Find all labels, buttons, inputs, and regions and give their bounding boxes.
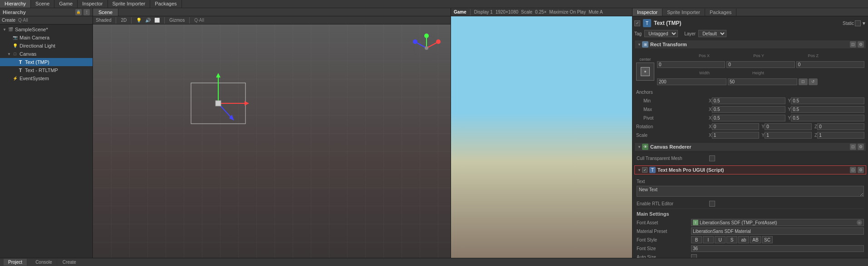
rotation-x[interactable] xyxy=(712,123,759,130)
font-btn-strike[interactable]: S xyxy=(726,236,737,243)
gizmos-dropdown[interactable]: Gizmos xyxy=(169,18,185,23)
font-style-label: Font Style xyxy=(637,237,691,242)
font-btn-smallcaps[interactable]: SC xyxy=(762,236,773,243)
rect-transform-toggle[interactable]: ▼ xyxy=(637,42,642,47)
width-input[interactable] xyxy=(657,78,726,85)
tmp-expand-btn[interactable]: ⊡ xyxy=(850,167,856,173)
tab-sprite-importer-view[interactable]: Sprite Importer xyxy=(662,9,705,16)
tab-sprite-importer[interactable]: Sprite Importer xyxy=(108,0,151,8)
font-btn-uppercase[interactable]: AB xyxy=(750,236,761,243)
scale-z[interactable] xyxy=(817,132,864,139)
tab-packages[interactable]: Packages xyxy=(150,0,181,8)
hierarchy-menu-icon[interactable]: ⋮ xyxy=(83,9,90,15)
tmp-settings-btn[interactable]: ⚙ xyxy=(858,167,864,173)
hierarchy-item-text-tmp[interactable]: T Text (TMP) xyxy=(0,58,93,66)
font-style-row: Font Style B I U S ab AB SC xyxy=(637,236,864,244)
hierarchy-lock-icon[interactable]: 🔒 xyxy=(75,9,82,15)
rotation-y[interactable] xyxy=(765,123,812,130)
pos-z-input[interactable] xyxy=(796,61,864,68)
anchor-min-y[interactable] xyxy=(791,97,864,104)
pos-y-input[interactable] xyxy=(726,61,794,68)
font-btn-italic[interactable]: I xyxy=(703,236,714,243)
anchor-max-y[interactable] xyxy=(791,106,864,113)
height-input[interactable] xyxy=(728,78,797,85)
text-field-label: Text xyxy=(637,179,691,184)
hierarchy-item-event-system[interactable]: ⚡ EventSystem xyxy=(0,74,93,82)
font-btn-bold[interactable]: B xyxy=(691,236,702,243)
mute-button[interactable]: Mute A xyxy=(588,10,603,15)
anchor-min-x[interactable] xyxy=(712,97,785,104)
canvas-renderer-toggle[interactable]: ▼ xyxy=(637,144,642,150)
canvas-toggle[interactable]: ▼ xyxy=(6,51,12,57)
search-all-label: Q·All xyxy=(18,18,28,23)
hierarchy-item-text-rtl[interactable]: T Text - RTLTMP xyxy=(0,66,93,74)
tab-project[interactable]: Project xyxy=(4,259,27,266)
tab-game[interactable]: Game xyxy=(54,0,78,8)
scene-root[interactable]: ▼ 🎬 SampleScene* xyxy=(0,25,93,34)
canvas-renderer-header[interactable]: ▼ 👁 Canvas Renderer ⊡ ⚙ xyxy=(634,142,866,151)
tag-dropdown[interactable]: Untagged xyxy=(644,30,678,37)
font-btn-underline[interactable]: U xyxy=(715,236,726,243)
tab-console[interactable]: Console xyxy=(31,259,57,266)
pivot-x-input[interactable] xyxy=(712,115,785,121)
tmp-enabled-checkbox[interactable]: ✓ xyxy=(642,167,647,173)
text-value-textarea[interactable]: New Text xyxy=(637,186,864,197)
object-enabled-checkbox[interactable]: ✓ xyxy=(634,20,640,26)
text-value-area: New Text xyxy=(637,186,864,198)
tab-scene-view[interactable]: Scene xyxy=(93,9,118,16)
rect-transform-settings-btn[interactable]: ⚙ xyxy=(858,41,864,48)
display-dropdown[interactable]: Display 1 xyxy=(474,10,493,15)
tab-inspector-view[interactable]: Inspector xyxy=(633,9,662,16)
maximize-button[interactable]: Maximize On Play xyxy=(549,10,586,15)
anchors-max-row: Max X Y xyxy=(636,105,864,113)
tab-packages-view[interactable]: Packages xyxy=(705,9,736,16)
font-asset-select-btn[interactable]: ○ xyxy=(857,220,862,225)
anchors-label-row: Anchors xyxy=(636,88,864,96)
auto-size-checkbox[interactable] xyxy=(691,254,697,258)
rt-reset-btn[interactable]: ↺ xyxy=(809,78,818,85)
anchor-preset-icon[interactable] xyxy=(636,63,654,81)
svg-marker-4 xyxy=(245,101,249,106)
2d-button[interactable]: 2D xyxy=(121,18,127,23)
canvas-renderer-expand-btn[interactable]: ⊡ xyxy=(850,144,856,150)
shading-dropdown[interactable]: Shaded xyxy=(96,18,111,23)
material-preset-field[interactable]: LiberationSans SDF Material xyxy=(691,227,864,235)
scene-toggle[interactable]: ▼ xyxy=(2,27,7,32)
text-mesh-pro-header[interactable]: ▼ ✓ T Text Mesh Pro UGUI (Script) ⊡ ⚙ xyxy=(634,165,866,174)
hierarchy-item-main-camera[interactable]: 📷 Main Camera xyxy=(0,34,93,42)
tmp-toggle[interactable]: ▼ xyxy=(637,167,642,173)
scale-y[interactable] xyxy=(765,132,812,139)
font-btn-lowercase[interactable]: ab xyxy=(738,236,749,243)
scene-viewport[interactable] xyxy=(93,24,451,258)
hierarchy-item-canvas[interactable]: ▼ □ Canvas xyxy=(0,50,93,58)
canvas-renderer-settings-btn[interactable]: ⚙ xyxy=(858,144,864,150)
center-area: Scene Shaded 2D 💡 🔊 ⬜ Gizmos Q·All xyxy=(93,8,632,258)
font-asset-field[interactable]: T LiberationSans SDF (TMP_FontAsset) ○ xyxy=(691,219,864,226)
bottom-create[interactable]: Create xyxy=(63,260,76,265)
tab-inspector[interactable]: Inspector xyxy=(78,0,108,8)
scene-audio: 🔊 xyxy=(145,18,151,23)
hierarchy-item-directional-light[interactable]: 💡 Directional Light xyxy=(0,42,93,50)
rect-transform-header[interactable]: ▼ ⊞ Rect Transform ⊡ ⚙ xyxy=(634,40,866,49)
static-checkbox[interactable] xyxy=(855,20,861,26)
game-viewport[interactable] xyxy=(451,16,632,258)
anchor-max-x[interactable] xyxy=(712,106,785,113)
cull-mesh-checkbox[interactable] xyxy=(709,155,715,161)
rtl-checkbox[interactable] xyxy=(709,201,715,207)
create-dropdown[interactable]: Create xyxy=(2,18,15,23)
rect-transform-expand-btn[interactable]: ⊡ xyxy=(850,41,856,48)
tab-scene[interactable]: Scene xyxy=(31,0,54,8)
object-name[interactable]: Text (TMP) xyxy=(654,20,840,26)
static-dropdown-arrow[interactable]: ▼ xyxy=(862,21,866,26)
tab-hierarchy[interactable]: Hierarchy xyxy=(0,0,31,8)
layer-dropdown[interactable]: Default xyxy=(698,30,726,37)
pos-x-input[interactable] xyxy=(657,61,725,68)
size-label-row: Width Height xyxy=(657,69,864,77)
resolution-dropdown[interactable]: 1920×1080 xyxy=(495,10,518,15)
rt-blueprint-btn[interactable]: ⊡ xyxy=(799,78,808,85)
scale-x[interactable] xyxy=(712,132,759,139)
pivot-y-input[interactable] xyxy=(791,115,864,121)
font-size-input[interactable] xyxy=(691,245,864,252)
tmp-checkmark: ✓ xyxy=(643,168,647,172)
rotation-z[interactable] xyxy=(817,123,864,130)
